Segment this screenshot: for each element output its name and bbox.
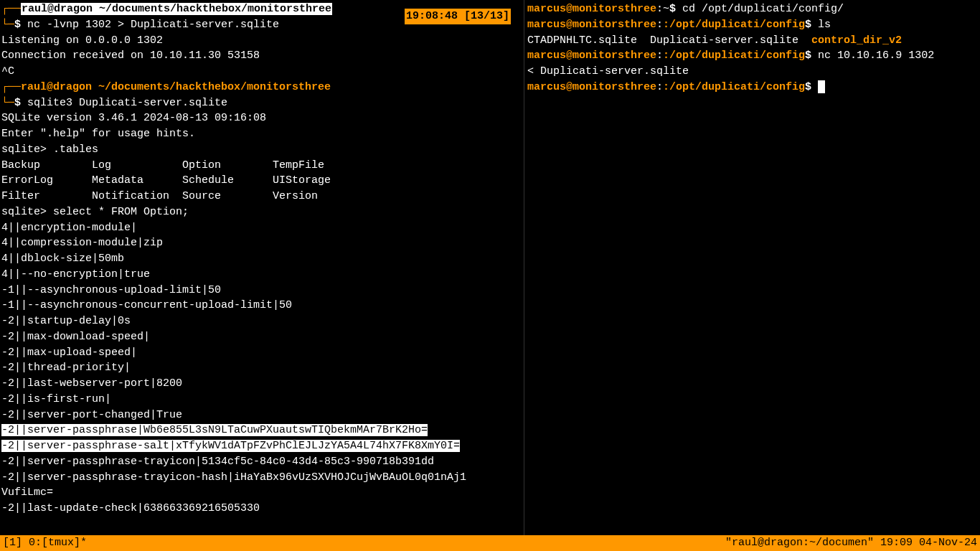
terminal-split: ┌──raul@dragon ~/documents/hackthebox/mo… — [0, 0, 980, 535]
option-row: -1||--asynchronous-concurrent-upload-lim… — [1, 298, 522, 314]
remote-prompt-2: marcus@monitorsthree::/opt/duplicati/con… — [527, 17, 977, 33]
output-connection: Connection received on 10.10.11.30 53158 — [1, 48, 522, 64]
status-left: [1] 0:[tmux]* — [3, 535, 87, 551]
pane-right[interactable]: marcus@monitorsthree:~$ cd /opt/duplicat… — [524, 0, 980, 535]
sqlite-help-hint: Enter ".help" for usage hints. — [1, 126, 522, 142]
option-row: 4||compression-module|zip — [1, 235, 522, 251]
tmux-status-bar: [1] 0:[tmux]* "raul@dragon:~/documen" 19… — [0, 535, 980, 551]
output-listening: Listening on 0.0.0.0 1302 — [1, 33, 522, 49]
sqlite-cmd-tables: sqlite> .tables — [1, 142, 522, 158]
option-row: 4||encryption-module| — [1, 220, 522, 236]
option-row: -2||startup-delay|0s — [1, 314, 522, 329]
option-row: -2||thread-priority| — [1, 360, 522, 376]
tables-row: Backup Log Option TempFile — [1, 158, 522, 174]
prompt-line-2: ┌──raul@dragon ~/documents/hackthebox/mo… — [1, 80, 522, 95]
pane-left[interactable]: ┌──raul@dragon ~/documents/hackthebox/mo… — [0, 0, 524, 535]
option-row-cont: VufiLmc= — [1, 485, 522, 501]
sqlite-version: SQLite version 3.46.1 2024-08-13 09:16:0… — [1, 110, 522, 126]
sqlite-cmd-select: sqlite> select * FROM Option; — [1, 204, 522, 220]
option-row: -2||max-download-speed| — [1, 329, 522, 345]
tables-row: ErrorLog Metadata Schedule UIStorage — [1, 173, 522, 189]
option-row: -2||max-upload-speed| — [1, 345, 522, 361]
status-right: "raul@dragon:~/documen" 19:09 04-Nov-24 — [725, 535, 977, 551]
remote-prompt-1: marcus@monitorsthree:~$ cd /opt/duplicat… — [527, 1, 977, 17]
option-row: -2||is-first-run| — [1, 392, 522, 408]
tables-row: Filter Notification Source Version — [1, 189, 522, 204]
remote-prompt-4[interactable]: marcus@monitorsthree::/opt/duplicati/con… — [527, 80, 977, 95]
cursor-icon — [818, 80, 825, 93]
option-row: 4||dblock-size|50mb — [1, 251, 522, 267]
output-ctrl-c: ^C — [1, 64, 522, 80]
option-row-selected: -2||server-passphrase|Wb6e855L3sN9LTaCuw… — [1, 423, 522, 438]
option-row: -2||last-webserver-port|8200 — [1, 376, 522, 392]
remote-prompt-3: marcus@monitorsthree::/opt/duplicati/con… — [527, 48, 977, 64]
option-row: -2||last-update-check|638663369216505330 — [1, 501, 522, 517]
option-row: -2||server-passphrase-trayicon|5134cf5c-… — [1, 454, 522, 470]
option-row: -2||server-port-changed|True — [1, 408, 522, 423]
option-row-selected: -2||server-passphrase-salt|xTfykWV1dATpF… — [1, 438, 522, 454]
option-row: -2||server-passphrase-trayicon-hash|iHaY… — [1, 470, 522, 486]
ls-output: CTADPNHLTC.sqlite Duplicati-server.sqlit… — [527, 33, 977, 49]
option-row: -1||--asynchronous-upload-limit|50 — [1, 283, 522, 298]
time-badge: 19:08:48 [13/13] — [405, 9, 511, 24]
option-row: 4||--no-encryption|true — [1, 267, 522, 283]
cmd-line-2: └─$ sqlite3 Duplicati-server.sqlite — [1, 95, 522, 111]
nc-redirect: < Duplicati-server.sqlite — [527, 64, 977, 80]
